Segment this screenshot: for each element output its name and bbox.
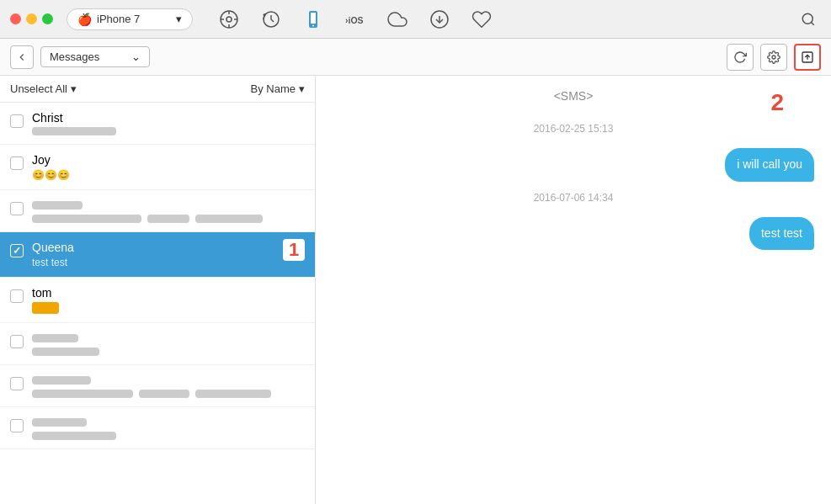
- contact-item-3[interactable]: [0, 190, 315, 232]
- svg-point-1: [226, 17, 232, 22]
- svg-rect-4: [311, 13, 316, 24]
- device-name-label: iPhone 7: [97, 13, 140, 25]
- sms-header: <SMS>: [316, 76, 831, 116]
- checkbox-col-joy: [10, 153, 24, 170]
- contact-checkbox-7[interactable]: [10, 377, 24, 390]
- contact-preview-queena: test test: [32, 257, 305, 268]
- chat-badge-2: 2: [770, 89, 784, 116]
- contact-item-6[interactable]: [0, 323, 315, 365]
- message-bubble-1: i will call you: [725, 148, 814, 182]
- contact-info-christ: Christ: [32, 111, 305, 135]
- preview-blur: [32, 215, 141, 223]
- contact-item-joy[interactable]: Joy 😊😊😊: [0, 145, 315, 190]
- settings-button[interactable]: [760, 44, 787, 71]
- toolbar-icons: ›iOS: [216, 7, 494, 32]
- svg-text:›iOS: ›iOS: [345, 14, 364, 24]
- preview-blur: [32, 127, 116, 135]
- export-button[interactable]: [794, 44, 821, 71]
- contact-preview-tom: [32, 302, 305, 314]
- contact-checkbox-christ[interactable]: [10, 114, 24, 128]
- minimize-button[interactable]: [26, 13, 37, 24]
- search-button[interactable]: [796, 7, 821, 32]
- unselect-arrow-icon: ▾: [71, 82, 77, 95]
- preview-emoji: 😊😊😊: [32, 169, 70, 181]
- contact-badge-1: 1: [283, 239, 305, 261]
- contact-checkbox-8[interactable]: [10, 419, 24, 432]
- ios-icon[interactable]: ›iOS: [343, 7, 368, 32]
- phone-device-icon[interactable]: [301, 7, 326, 32]
- contact-item-queena[interactable]: ✓ Queena test test 1: [0, 232, 315, 278]
- contact-preview-christ: [32, 127, 305, 135]
- sort-label: By Name: [251, 82, 296, 95]
- contact-item-christ[interactable]: Christ: [0, 103, 315, 145]
- unselect-all-label: Unselect All: [10, 82, 67, 95]
- music-icon[interactable]: [216, 7, 242, 32]
- svg-line-10: [811, 22, 813, 24]
- category-dropdown[interactable]: Messages ⌄: [40, 46, 150, 67]
- svg-point-9: [802, 13, 812, 24]
- sidebar: Unselect All ▾ By Name ▾ Christ: [0, 76, 316, 504]
- preview-blur2: [147, 215, 189, 223]
- contact-preview-joy: 😊😊😊: [32, 169, 305, 181]
- traffic-lights: [10, 13, 53, 24]
- category-label: Messages: [50, 50, 99, 63]
- preview-blur3: [195, 215, 263, 223]
- checkbox-col: [10, 111, 24, 128]
- messages-container: 2016-02-25 15:13 i will call you 2016-07…: [316, 116, 831, 504]
- contact-item-7[interactable]: [0, 365, 315, 407]
- tshirt-icon[interactable]: [469, 7, 494, 32]
- close-button[interactable]: [10, 13, 21, 24]
- contact-item-tom[interactable]: tom: [0, 278, 315, 323]
- nav-bar: Messages ⌄: [0, 39, 831, 76]
- unselect-all-button[interactable]: Unselect All ▾: [10, 82, 77, 95]
- message-timestamp-2: 2016-07-06 14:34: [333, 192, 814, 204]
- contact-checkbox-queena[interactable]: ✓: [10, 244, 24, 257]
- content-area: 2 <SMS> 2016-02-25 15:13 i will call you…: [316, 76, 831, 504]
- download-icon[interactable]: [427, 7, 452, 32]
- sort-arrow-icon: ▾: [299, 82, 305, 95]
- message-timestamp-1: 2016-02-25 15:13: [333, 123, 814, 135]
- cloud-icon[interactable]: [385, 7, 410, 32]
- checkmark-icon: ✓: [13, 245, 21, 257]
- name-blur: [32, 201, 83, 210]
- device-dropdown-arrow: ▾: [176, 13, 182, 25]
- refresh-button[interactable]: [727, 44, 754, 71]
- contact-checkbox-joy[interactable]: [10, 157, 24, 170]
- dropdown-arrow-icon: ⌄: [131, 50, 141, 63]
- svg-point-5: [312, 24, 314, 26]
- contact-checkbox-3[interactable]: [10, 202, 24, 215]
- sort-button[interactable]: By Name ▾: [251, 82, 305, 95]
- contact-checkbox-6[interactable]: [10, 335, 24, 348]
- message-row-1: i will call you: [333, 148, 814, 182]
- contact-name-joy: Joy: [32, 153, 305, 167]
- contact-item-8[interactable]: [0, 407, 315, 449]
- back-button[interactable]: [10, 45, 34, 69]
- contact-name-queena: Queena: [32, 241, 305, 254]
- svg-point-11: [772, 56, 775, 59]
- title-bar: 🍎 iPhone 7 ▾ ›iOS: [0, 0, 831, 39]
- contact-name-tom: tom: [32, 286, 305, 300]
- contact-list: Christ Joy 😊😊😊: [0, 103, 315, 504]
- sidebar-toolbar: Unselect All ▾ By Name ▾: [0, 76, 315, 103]
- contact-checkbox-tom[interactable]: [10, 289, 24, 303]
- preview-colored-bar: [32, 302, 59, 314]
- contact-info-joy: Joy 😊😊😊: [32, 153, 305, 181]
- message-bubble-2: test test: [749, 217, 814, 251]
- apple-icon: 🍎: [77, 13, 92, 26]
- contact-name-christ: Christ: [32, 111, 305, 125]
- history-icon[interactable]: [258, 7, 284, 32]
- message-row-2: test test: [333, 217, 814, 251]
- maximize-button[interactable]: [42, 13, 53, 24]
- device-selector[interactable]: 🍎 iPhone 7 ▾: [67, 8, 193, 30]
- main-layout: Unselect All ▾ By Name ▾ Christ: [0, 76, 831, 504]
